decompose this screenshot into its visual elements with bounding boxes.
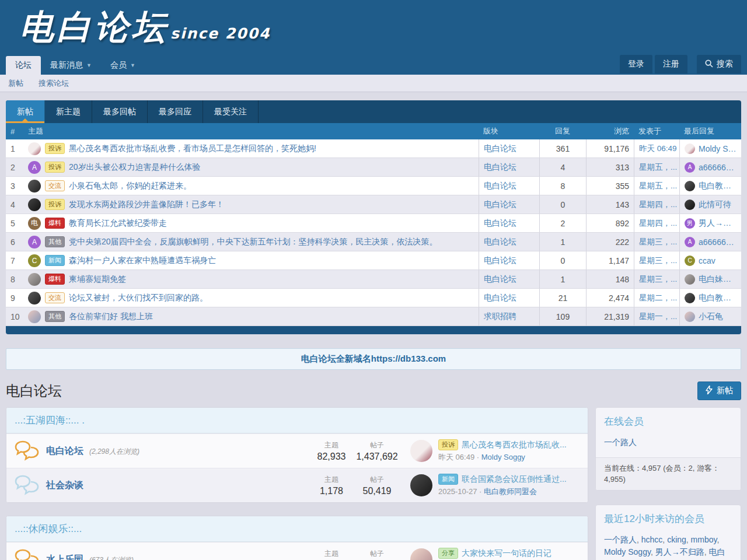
board-link[interactable]: 电白论坛	[484, 144, 516, 154]
poster-avatar[interactable]: A	[28, 161, 41, 174]
topic-tabstrip: 新帖新主题最多回帖最多回应最受关注	[6, 100, 741, 123]
last-post-title-link[interactable]: 黑心茂名粤西农批市场乱收...	[462, 440, 567, 450]
board-link[interactable]: 电白论坛	[484, 256, 516, 266]
board-link[interactable]: 求职招聘	[484, 312, 516, 322]
last-reply-user-link[interactable]: Moldy So...	[699, 144, 736, 153]
member-link[interactable]: 一个路人	[604, 438, 637, 447]
last-reply-user-link[interactable]: a66666699	[699, 237, 736, 247]
last-reply-user-link[interactable]: a66666699	[699, 163, 736, 172]
poster-avatar[interactable]	[28, 198, 41, 211]
forum-row: 社会杂谈 主题1,178 帖子50,419 新闻联合国紧急会议压倒性通过... …	[6, 468, 588, 502]
poster-avatar[interactable]	[28, 292, 41, 304]
poster-avatar[interactable]: C	[28, 254, 41, 267]
member-link[interactable]: cking	[667, 535, 686, 544]
topic-tag: 其他	[45, 311, 65, 322]
tab-新帖[interactable]: 新帖	[6, 100, 45, 123]
forum-name-link[interactable]: 电白论坛	[46, 446, 83, 456]
row-number: 8	[6, 270, 23, 288]
member-link[interactable]: 男人→不归路	[655, 547, 704, 556]
board-link[interactable]: 电白论坛	[484, 162, 516, 173]
tab-最受关注[interactable]: 最受关注	[203, 100, 259, 123]
subnav-link[interactable]: 新帖	[8, 78, 23, 89]
posted-time[interactable]: 昨天 06:49	[634, 139, 679, 158]
board-link[interactable]: 电白论坛	[484, 200, 516, 210]
last-post-user-link[interactable]: 电白教师同盟会	[484, 487, 537, 496]
last-reply-avatar[interactable]	[685, 312, 695, 322]
topic-title-link[interactable]: 各位前辈们好 我想上班	[69, 312, 474, 322]
subnav-link[interactable]: 搜索论坛	[39, 78, 69, 89]
board-link[interactable]: 电白论坛	[484, 293, 516, 303]
nav-tab-会员[interactable]: 会员▼	[101, 56, 145, 75]
last-post-title-link[interactable]: 联合国紧急会议压倒性通过...	[462, 474, 567, 485]
posted-time[interactable]: 星期四，...	[634, 214, 679, 232]
last-reply-user-link[interactable]: ccav	[699, 256, 715, 265]
board-link[interactable]: 电白论坛	[484, 181, 516, 191]
topic-title-link[interactable]: 柬埔寨短期免签	[69, 274, 474, 285]
last-post-avatar[interactable]	[410, 548, 432, 560]
forum-name-link[interactable]: 社会杂谈	[46, 480, 83, 490]
board-link[interactable]: 电白论坛	[484, 237, 516, 247]
last-reply-avatar[interactable]	[685, 200, 695, 210]
posted-time[interactable]: 星期五，...	[634, 158, 679, 176]
board-link[interactable]: 电白论坛	[484, 218, 516, 229]
nav-tab-最新消息[interactable]: 最新消息▼	[41, 56, 101, 75]
last-reply-user-link[interactable]: 电白教师...	[699, 293, 736, 303]
last-reply-user-link[interactable]: 小石龟	[699, 312, 723, 322]
posted-time[interactable]: 星期三，...	[634, 233, 679, 251]
posted-time[interactable]: 星期三，...	[634, 251, 679, 270]
member-link[interactable]: Moldy Soggy	[604, 547, 651, 556]
reply-count: 0	[539, 195, 586, 214]
login-button[interactable]: 登录	[620, 55, 652, 74]
topic-title-link[interactable]: 小泉石龟太郎，你妈的赶紧进来。	[69, 181, 474, 191]
member-link[interactable]: mmboy	[691, 535, 717, 544]
topic-title-link[interactable]: 教育局长江允武被纪委带走	[69, 218, 474, 229]
last-reply-user-link[interactable]: 男人→不...	[699, 218, 736, 229]
last-reply-avatar[interactable]	[685, 274, 695, 285]
poster-avatar[interactable]: A	[28, 236, 41, 249]
search-button[interactable]: 搜索	[697, 55, 741, 74]
last-post-time: 2025-10-27 ·	[438, 487, 481, 496]
last-reply-avatar[interactable]: 男	[685, 218, 695, 229]
last-reply-avatar[interactable]	[685, 181, 695, 191]
posted-time[interactable]: 星期五，...	[634, 177, 679, 195]
last-post-title-link[interactable]: 大家快来写一句话的日记	[462, 548, 551, 559]
last-reply-avatar[interactable]	[685, 293, 695, 303]
topic-title-link[interactable]: 党中央第20届四中全会，反腐旗帜鲜明，中央下达新五年计划：坚持科学决策，民主决策…	[69, 237, 474, 247]
poster-avatar[interactable]	[28, 142, 41, 155]
tab-最多回应[interactable]: 最多回应	[148, 100, 203, 123]
topic-title-link[interactable]: 论坛又被封，大伙们找不到回家的路。	[69, 293, 474, 303]
topic-title-link[interactable]: 森沟村一户人家在家中熟睡遭遇车祸身亡	[69, 256, 474, 266]
last-post-avatar[interactable]	[410, 440, 432, 462]
posted-time[interactable]: 星期一，...	[634, 307, 679, 326]
poster-avatar[interactable]	[28, 273, 41, 286]
new-post-button[interactable]: 新帖	[697, 382, 741, 400]
poster-avatar[interactable]	[28, 180, 41, 192]
topic-title-link[interactable]: 黑心茂名粤西农批市场乱收费，看市场员工是怎样回答的，笑死她妈!	[69, 144, 474, 154]
topic-title-link[interactable]: 发现水东两处路段沙井盖像陷阱！已多年！	[69, 200, 474, 210]
board-link[interactable]: 电白论坛	[484, 274, 516, 285]
last-reply-user-link[interactable]: 此情可待	[699, 200, 731, 210]
tab-新主题[interactable]: 新主题	[45, 100, 92, 123]
last-reply-avatar[interactable]	[685, 144, 695, 154]
last-reply-avatar[interactable]: C	[685, 256, 695, 266]
last-post-avatar[interactable]	[410, 474, 432, 496]
tab-最多回帖[interactable]: 最多回帖	[92, 100, 148, 123]
member-link[interactable]: hchcc	[641, 535, 663, 544]
last-reply-user-link[interactable]: 电白妹子...	[699, 274, 736, 285]
announcement-banner[interactable]: 电白论坛全新域名https://db133.com	[6, 348, 741, 370]
category-title: ...::休闲娱乐::...	[6, 516, 588, 542]
posted-time[interactable]: 星期四，...	[634, 195, 679, 214]
nav-tab-论坛[interactable]: 论坛	[6, 56, 41, 75]
posted-time[interactable]: 星期三，...	[634, 270, 679, 288]
posted-time[interactable]: 星期二，...	[634, 289, 679, 307]
last-reply-avatar[interactable]: A	[685, 162, 695, 173]
member-link[interactable]: 一个路人	[604, 535, 637, 544]
poster-avatar[interactable]	[28, 310, 41, 323]
forum-name-link[interactable]: 水上乐园	[46, 554, 83, 560]
last-post-user-link[interactable]: Moldy Soggy	[481, 453, 525, 461]
last-reply-avatar[interactable]: A	[685, 237, 695, 247]
topic-title-link[interactable]: 20岁出头被公权力迫害是种什么体验	[69, 162, 474, 173]
poster-avatar[interactable]: 电	[28, 217, 41, 230]
last-reply-user-link[interactable]: 电白教师...	[699, 181, 736, 191]
register-button[interactable]: 注册	[655, 55, 687, 74]
